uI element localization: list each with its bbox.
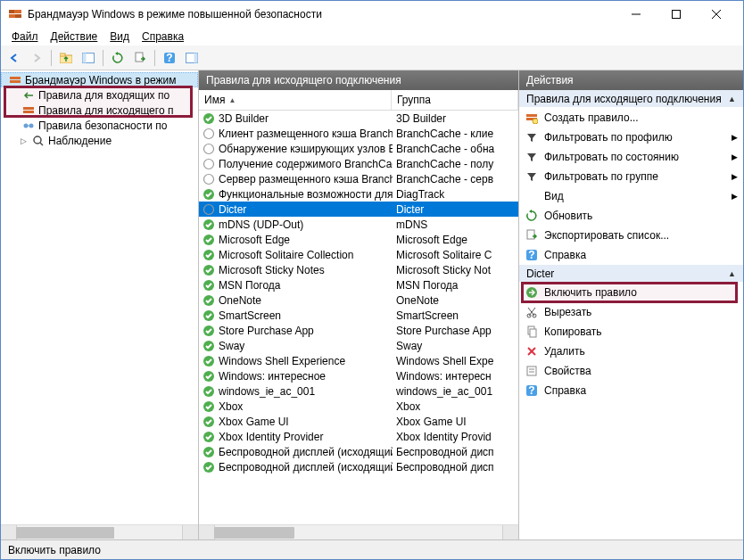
rule-status-icon: [202, 399, 216, 414]
table-row[interactable]: Функциональные возможности для по...Diag…: [199, 186, 518, 202]
action-вид[interactable]: Вид▶: [519, 186, 743, 206]
menu-view[interactable]: Вид: [104, 29, 135, 45]
maximize-button[interactable]: [656, 2, 696, 27]
menu-help[interactable]: Справка: [136, 29, 189, 45]
action-фильтровать-по-состоянию[interactable]: Фильтровать по состоянию▶: [519, 147, 743, 167]
table-row[interactable]: Беспроводной дисплей (исходящий тр...Бес…: [199, 444, 518, 459]
action-экспортировать-список-[interactable]: Экспортировать список...: [519, 226, 743, 245]
rule-status-icon: [202, 384, 216, 399]
table-row[interactable]: mDNS (UDP-Out)mDNS: [199, 217, 518, 232]
svg-line-25: [40, 143, 43, 145]
svg-rect-11: [83, 53, 87, 62]
rule-status-icon: [202, 202, 216, 217]
table-row[interactable]: Обнаружение кэширующих узлов Bran...Bran…: [199, 141, 518, 156]
action-фильтровать-по-профилю[interactable]: Фильтровать по профилю▶: [519, 128, 743, 147]
svg-rect-62: [530, 329, 536, 337]
folder-up-button[interactable]: [56, 48, 76, 68]
table-row[interactable]: OneNoteOneNote: [199, 292, 518, 308]
tree-hscroll[interactable]: [1, 524, 198, 539]
table-row[interactable]: Microsoft EdgeMicrosoft Edge: [199, 232, 518, 247]
show-hide-tree-button[interactable]: [79, 48, 98, 68]
action-включить-правило[interactable]: Включить правило: [519, 283, 743, 302]
table-row[interactable]: Беспроводной дисплей (исходящий тр...Бес…: [199, 459, 518, 474]
table-row[interactable]: Xbox Identity ProviderXbox Identity Prov…: [199, 429, 518, 444]
action-label: Включить правило: [544, 286, 637, 299]
table-row[interactable]: SwaySway: [199, 338, 518, 353]
refresh-button[interactable]: [108, 48, 128, 68]
rule-name: mDNS (UDP-Out): [219, 218, 393, 231]
help-icon: ?: [525, 383, 539, 398]
minimize-button[interactable]: [616, 2, 656, 27]
action-label: Вид: [544, 190, 564, 202]
action-справка[interactable]: ?Справка: [519, 381, 743, 400]
rule-group: Microsoft Edge: [393, 234, 518, 246]
export-button[interactable]: [130, 48, 150, 68]
rule-group: Xbox Identity Provid: [393, 431, 518, 443]
action-создать-правило-[interactable]: Создать правило...: [519, 108, 743, 128]
table-row[interactable]: Клиент размещенного кэша BranchCa...Bran…: [199, 126, 518, 141]
action-копировать[interactable]: Копировать: [519, 322, 743, 342]
table-row[interactable]: Сервер размещенного кэша BranchCa...Bran…: [199, 171, 518, 186]
action-вырезать[interactable]: Вырезать: [519, 302, 743, 322]
enable-icon: [525, 285, 539, 300]
svg-point-52: [533, 119, 538, 124]
table-row[interactable]: 3D Builder3D Builder: [199, 111, 518, 126]
list-hscroll[interactable]: [199, 524, 518, 539]
expand-icon[interactable]: ▷: [19, 136, 29, 145]
action-label: Фильтровать по группе: [544, 170, 658, 183]
inbound-rules-icon: [21, 88, 36, 103]
action-свойства[interactable]: Свойства: [519, 361, 743, 381]
menu-file[interactable]: Файл: [6, 29, 44, 45]
close-button[interactable]: [696, 2, 736, 27]
rule-status-icon: [202, 218, 216, 232]
rule-status-icon: [202, 127, 216, 141]
actions-section2-body: Включить правилоВырезатьКопироватьУдалит…: [519, 283, 743, 400]
new-rule-icon: [525, 111, 539, 125]
table-row[interactable]: XboxXbox: [199, 399, 518, 414]
table-row[interactable]: Windows Shell ExperienceWindows Shell Ex…: [199, 353, 518, 368]
table-row[interactable]: windows_ie_ac_001windows_ie_ac_001: [199, 383, 518, 399]
help-button[interactable]: ?: [160, 48, 179, 68]
table-row[interactable]: Windows: интересноеWindows: интересн: [199, 368, 518, 383]
collapse-icon[interactable]: ▲: [728, 269, 736, 278]
column-group[interactable]: Группа: [392, 90, 518, 110]
table-row[interactable]: Получение содержимого BranchCache...Bran…: [199, 156, 518, 171]
column-name[interactable]: Имя▲: [199, 90, 392, 110]
action-удалить[interactable]: Удалить: [519, 342, 743, 361]
collapse-icon[interactable]: ▲: [728, 95, 736, 103]
back-button[interactable]: [4, 48, 24, 68]
rule-group: Windows: интересн: [393, 370, 518, 383]
rule-name: Microsoft Solitaire Collection: [219, 249, 393, 261]
actions-section2-header[interactable]: Dicter ▲: [519, 265, 743, 283]
svg-rect-18: [10, 80, 21, 83]
tree-item-connsec[interactable]: Правила безопасности по: [1, 118, 198, 133]
tree-item-inbound[interactable]: Правила для входящих по: [1, 87, 198, 103]
export-icon: [525, 228, 539, 243]
tree-body: Брандмауэр Windows в режим Правила для в…: [1, 70, 198, 524]
table-row[interactable]: Store Purchase AppStore Purchase App: [199, 323, 518, 338]
table-row[interactable]: SmartScreenSmartScreen: [199, 308, 518, 323]
svg-point-30: [204, 174, 214, 184]
rule-group: Dicter: [393, 203, 518, 216]
table-row[interactable]: Microsoft Sticky NotesMicrosoft Sticky N…: [199, 262, 518, 277]
menubar: Файл Действие Вид Справка: [1, 28, 743, 45]
rule-status-icon: [202, 354, 216, 368]
rule-name: Xbox Game UI: [219, 416, 393, 428]
tree-item-monitoring[interactable]: ▷ Наблюдение: [1, 133, 198, 148]
menu-action[interactable]: Действие: [45, 29, 103, 45]
tree-item-outbound[interactable]: Правила для исходящего п: [1, 103, 198, 118]
forward-button[interactable]: [27, 48, 46, 68]
action-фильтровать-по-группе[interactable]: Фильтровать по группе▶: [519, 167, 743, 186]
rule-name: 3D Builder: [219, 112, 393, 125]
show-hide-actions-button[interactable]: [182, 48, 202, 68]
rule-group: SmartScreen: [393, 309, 518, 322]
tree-root[interactable]: Брандмауэр Windows в режим: [1, 72, 198, 87]
actions-section1-header[interactable]: Правила для исходящего подключения ▲: [519, 90, 743, 108]
action-справка[interactable]: ?Справка: [519, 245, 743, 265]
action-обновить[interactable]: Обновить: [519, 206, 743, 226]
table-row[interactable]: MSN ПогодаMSN Погода: [199, 277, 518, 292]
actions-pane: Действия Правила для исходящего подключе…: [519, 70, 743, 539]
table-row[interactable]: DicterDicter: [199, 202, 518, 217]
table-row[interactable]: Microsoft Solitaire CollectionMicrosoft …: [199, 247, 518, 262]
table-row[interactable]: Xbox Game UIXbox Game UI: [199, 414, 518, 429]
